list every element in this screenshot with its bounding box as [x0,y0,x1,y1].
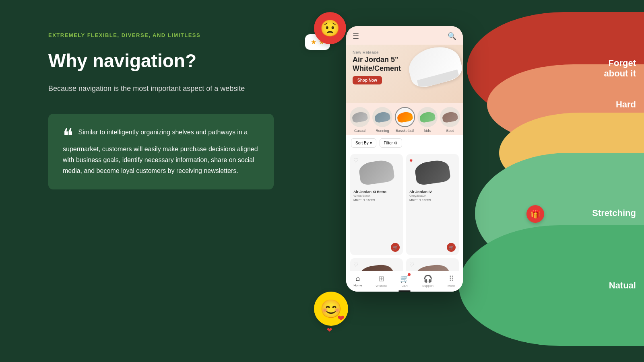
category-row: Casual Running Bassketball kids [346,103,463,135]
hero-banner: New Release Air Jordan 5" White/Cement S… [346,45,463,103]
band-natural: Natual [459,225,644,346]
cat-basketball[interactable]: Bassketball [394,107,415,133]
search-icon[interactable]: 🔍 [448,32,456,41]
nav-home[interactable]: ⌂ Home [346,274,369,288]
wishlist-btn-4[interactable]: ♡ [409,261,415,268]
quote-text: Similar to intelligently organizing shel… [63,129,258,175]
gift-badge: 🎁 [526,205,544,223]
cat-circle-casual [350,107,370,127]
heart-float-2: ❤ [327,326,332,334]
phone-content: Sort By ▾ Filter ⚙ ♡ Air Jordan XI Retro… [346,135,463,292]
wishlist-label: Wishlist [376,284,387,288]
add-cart-btn-1[interactable]: 🛒 [391,243,400,252]
home-label: Home [353,284,362,287]
cart-label: Cart [401,284,407,288]
product-color-2: Grey/BlaCK [409,194,456,197]
home-icon: ⌂ [356,274,360,283]
hero-shoe-image [409,48,463,94]
cat-label-running: Running [376,129,389,133]
nav-more[interactable]: ⠿ More [440,274,463,288]
add-cart-btn-2[interactable]: 🛒 [447,243,456,252]
product-price-1: MRP : ₹ 16995 [353,198,400,202]
product-color-1: White/Black [353,194,400,197]
cat-kids[interactable]: kids [417,107,438,133]
phone-mockup: ☰ 🔍 New Release Air Jordan 5" White/Ceme… [346,26,463,292]
nav-wishlist[interactable]: ⊞ Wishlist [369,274,393,288]
cat-casual[interactable]: Casual [349,107,370,133]
cat-label-boot: Boot [446,129,454,133]
cat-label-kids: kids [424,129,431,133]
left-panel: EXTREMELY FLEXIBLE, DIVERSE, AND LIMITLE… [48,32,274,189]
support-label: Support [422,284,433,288]
cat-circle-boot [440,107,460,127]
bottom-nav: ⌂ Home ⊞ Wishlist 🛒 Cart 🎧 Support ⠿ [346,271,463,292]
more-icon: ⠿ [449,274,454,283]
nav-underline [398,290,411,292]
star-1: ★ [311,38,316,46]
product-img-1 [353,157,400,187]
product-name-2: Air Jordan IV [409,190,456,194]
quote-mark: ❝ [63,128,73,144]
product-img-2 [409,157,456,187]
right-panel: Forgetabout it Hard Stretching Natual 😟 … [294,0,644,362]
product-card-1: ♡ Air Jordan XI Retro White/Black MRP : … [350,154,403,255]
product-card-2: ♥ Air Jordan IV Grey/BlaCK MRP : ₹ 18995… [406,154,459,255]
nav-cart[interactable]: 🛒 Cart [393,274,416,288]
cat-label-basketball: Bassketball [396,129,414,133]
cart-badge [408,273,411,276]
wishlist-btn-3[interactable]: ♡ [353,261,359,268]
quote-box: ❝ Similar to intelligently organizing sh… [48,114,274,189]
phone-header: ☰ 🔍 [346,26,463,45]
band-stretching-label: Stretching [592,208,636,218]
nav-support[interactable]: 🎧 Support [416,274,440,288]
band-hard-label: Hard [616,99,636,110]
sad-emoji: 😟 [314,12,346,44]
band-forget-label: Forgetabout it [604,58,636,79]
support-icon: 🎧 [423,274,432,283]
product-name-1: Air Jordan XI Retro [353,190,400,194]
bands-container: Forgetabout it Hard Stretching Natual [435,0,644,362]
sort-button[interactable]: Sort By ▾ [351,138,376,148]
cat-boot[interactable]: Boot [440,107,460,133]
more-label: More [448,284,455,288]
filter-button[interactable]: Filter ⚙ [380,138,402,148]
wishlist-btn-1[interactable]: ♡ [353,157,359,164]
cart-icon: 🛒 [400,274,409,283]
wishlist-btn-2[interactable]: ♥ [409,157,413,164]
cat-running[interactable]: Running [372,107,393,133]
shop-now-button[interactable]: Shop Now [353,76,382,84]
cat-circle-running [372,107,392,127]
tagline: EXTREMELY FLEXIBLE, DIVERSE, AND LIMITLE… [48,32,274,38]
product-price-2: MRP : ₹ 18995 [409,198,456,202]
heart-float-1: ❤ [337,313,345,324]
cat-circle-basketball [395,107,415,127]
filter-row: Sort By ▾ Filter ⚙ [346,135,463,151]
cat-label-casual: Casual [354,129,365,133]
band-natural-label: Natual [609,280,636,291]
cat-circle-kids [417,107,438,127]
main-heading: Why navigation? [48,50,274,72]
wishlist-icon: ⊞ [378,274,384,283]
subtitle-text: Because navigation is the most important… [48,83,274,95]
hamburger-icon[interactable]: ☰ [353,32,359,41]
